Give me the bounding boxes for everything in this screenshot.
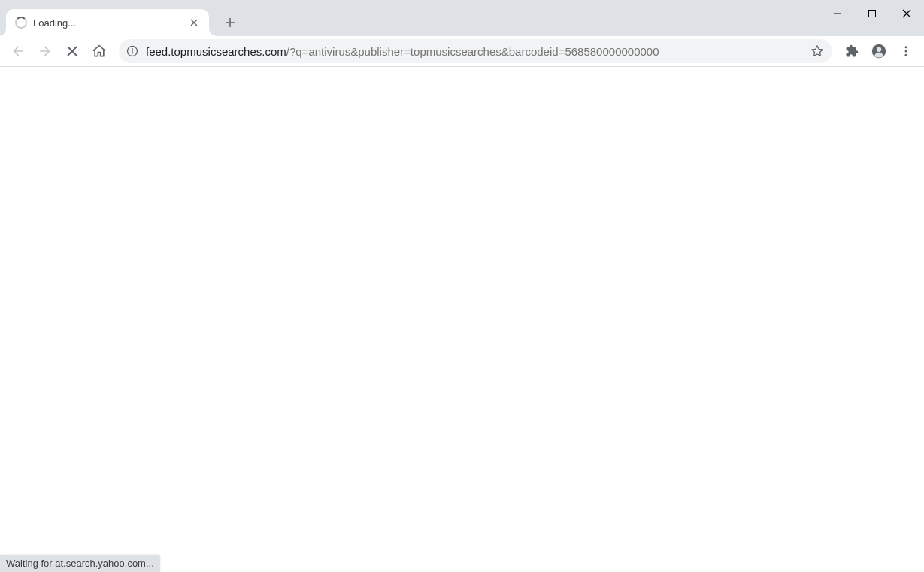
url-display: feed.topmusicsearches.com/?q=antivirus&p… <box>146 45 802 58</box>
window-controls <box>820 0 924 27</box>
toolbar: feed.topmusicsearches.com/?q=antivirus&p… <box>0 36 924 67</box>
status-bar: Waiting for at.search.yahoo.com... <box>0 555 160 572</box>
tab-title: Loading... <box>33 17 182 29</box>
svg-rect-1 <box>869 11 876 17</box>
close-tab-button[interactable] <box>188 17 200 29</box>
stop-reload-button[interactable] <box>60 39 84 63</box>
home-button[interactable] <box>87 39 111 63</box>
svg-point-15 <box>905 46 907 48</box>
svg-point-11 <box>132 48 133 50</box>
page-content: Waiting for at.search.yahoo.com... <box>0 67 924 572</box>
tab-active[interactable]: Loading... <box>6 9 209 36</box>
tab-strip: Loading... <box>0 0 924 36</box>
profile-button[interactable] <box>867 39 891 63</box>
menu-button[interactable] <box>894 39 918 63</box>
loading-spinner-icon <box>15 17 27 29</box>
svg-point-16 <box>905 50 907 53</box>
url-domain: feed.topmusicsearches.com <box>146 45 286 58</box>
close-window-button[interactable] <box>889 0 924 27</box>
svg-point-14 <box>877 47 881 52</box>
svg-point-17 <box>905 54 907 56</box>
minimize-button[interactable] <box>820 0 855 27</box>
address-bar[interactable]: feed.topmusicsearches.com/?q=antivirus&p… <box>119 39 832 63</box>
svg-rect-12 <box>132 50 132 54</box>
forward-button <box>33 39 57 63</box>
extensions-button[interactable] <box>840 39 864 63</box>
site-info-icon[interactable] <box>126 45 138 57</box>
url-path: /?q=antivirus&publisher=topmusicsearches… <box>286 45 659 58</box>
new-tab-button[interactable] <box>220 12 241 33</box>
bookmark-star-button[interactable] <box>810 44 825 59</box>
back-button <box>6 39 30 63</box>
maximize-button[interactable] <box>855 0 889 27</box>
